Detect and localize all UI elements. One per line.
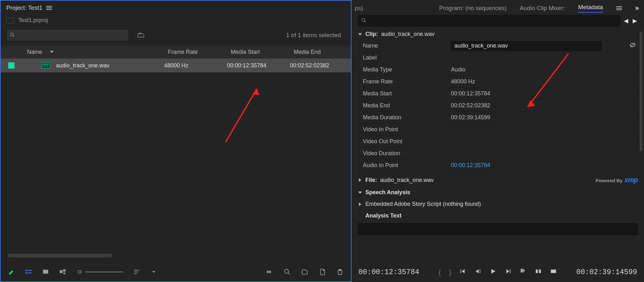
audio-clip-icon (42, 62, 50, 69)
step-back-icon[interactable] (475, 268, 481, 277)
chevron-down-icon (358, 190, 362, 195)
prev-result-icon[interactable]: ◀ (624, 17, 629, 24)
metadata-search-input[interactable] (358, 15, 620, 26)
svg-rect-22 (536, 270, 538, 273)
project-panel: Project: Test1 Test1.prproj 1 of 1 items… (0, 0, 352, 282)
tab-metadata[interactable]: Metadata (578, 4, 603, 13)
clip-name-input[interactable] (451, 41, 602, 51)
col-media-start[interactable]: Media Start (231, 49, 260, 55)
play-icon[interactable] (490, 268, 497, 277)
list-view-icon[interactable] (25, 268, 32, 275)
search-icon (10, 32, 15, 38)
automate-to-sequence-icon[interactable] (266, 268, 273, 275)
source-monitor-controls: 00:00:12:35784 { } 00:02:39:14599 (352, 262, 644, 282)
pencil-icon[interactable] (8, 268, 15, 275)
file-section-header[interactable]: File: audio_track_one.wav Powered By xmp (352, 173, 644, 187)
overwrite-icon[interactable] (550, 268, 557, 277)
zoom-slider[interactable] (76, 268, 123, 275)
chevron-down-icon[interactable] (150, 268, 157, 275)
new-bin-button-icon[interactable] (301, 268, 308, 275)
panel-menu-icon[interactable] (46, 6, 52, 10)
metadata-panel: ps) Program: (no sequences) Audio Clip M… (352, 0, 644, 282)
insert-icon[interactable] (535, 268, 542, 277)
tab-audio-mixer[interactable]: Audio Clip Mixer: (520, 5, 565, 12)
svg-rect-15 (268, 271, 269, 273)
sort-caret-icon (50, 49, 54, 55)
analysis-text-label: Analysis Text (352, 210, 644, 222)
go-to-in-icon[interactable] (459, 268, 466, 277)
meta-row-name: Name (363, 40, 638, 52)
find-icon[interactable] (284, 268, 291, 275)
go-to-out-icon[interactable] (520, 268, 527, 277)
meta-media-start: 00:00:12:35784 (451, 90, 638, 97)
clip-frame-rate: 48000 Hz (164, 62, 227, 69)
visibility-off-icon[interactable] (628, 42, 638, 50)
meta-audio-in[interactable]: 00:00:12:35784 (451, 162, 638, 169)
clip-name: audio_track_one.wav (56, 62, 109, 69)
clip-media-start: 00:00:12:35784 (227, 62, 290, 69)
mark-out-brace-icon[interactable]: } (449, 268, 451, 276)
bin-horiz-scrollbar[interactable] (8, 254, 112, 257)
project-search-input[interactable] (6, 29, 129, 41)
tab-program[interactable]: Program: (no sequences) (439, 5, 507, 12)
search-icon (361, 18, 366, 24)
svg-rect-11 (134, 270, 140, 271)
trash-icon[interactable] (336, 268, 343, 275)
out-timecode[interactable]: 00:02:39:14599 (576, 268, 637, 276)
project-file-name: Test1.prproj (18, 17, 48, 24)
new-bin-icon[interactable] (138, 32, 145, 39)
powered-by-xmp: Powered By xmp (596, 176, 641, 184)
speech-section-header[interactable]: Speech Analysis (352, 187, 644, 198)
chevron-right-icon (358, 178, 362, 182)
next-result-icon[interactable]: ▶ (633, 17, 638, 24)
svg-rect-6 (43, 270, 48, 274)
svg-rect-14 (267, 271, 268, 273)
sort-icon[interactable] (133, 268, 140, 275)
project-footer (1, 262, 351, 281)
new-item-icon[interactable] (319, 268, 326, 275)
chevron-right-icon (358, 202, 362, 206)
svg-rect-16 (270, 271, 271, 273)
project-tab-label[interactable]: Project: Test1 (6, 4, 42, 11)
col-frame-rate[interactable]: Frame Rate (168, 49, 198, 55)
clip-label-swatch (8, 62, 14, 69)
svg-rect-24 (551, 270, 556, 273)
svg-rect-4 (28, 270, 31, 271)
analysis-text-input[interactable] (358, 223, 638, 235)
clip-section-header[interactable]: Clip: audio_track_one.wav (352, 28, 644, 40)
bin-row[interactable]: audio_track_one.wav 48000 Hz 00:00:12:35… (1, 59, 351, 72)
selection-count: 1 of 1 items selected (286, 32, 341, 39)
svg-rect-7 (60, 270, 63, 273)
svg-line-17 (225, 89, 257, 142)
col-name[interactable]: Name (27, 49, 42, 55)
story-section-header[interactable]: Embedded Adobe Story Script (nothing fou… (352, 198, 644, 210)
svg-rect-9 (64, 273, 65, 274)
metadata-panel-menu-icon[interactable] (616, 6, 622, 10)
bin-column-header[interactable]: Name Frame Rate Media Start Media End (1, 46, 351, 59)
clip-media-end: 00:02:52:02382 (290, 62, 351, 69)
up-folder-icon[interactable] (6, 18, 14, 23)
svg-rect-2 (26, 270, 27, 271)
step-forward-icon[interactable] (505, 268, 512, 277)
svg-rect-12 (134, 272, 138, 272)
clip-metadata-list: Name Label Media TypeAudio Frame Rate480… (363, 40, 638, 172)
svg-rect-23 (539, 270, 541, 273)
freeform-view-icon[interactable] (59, 268, 66, 275)
metadata-scrollbar[interactable] (640, 31, 642, 151)
tab-truncated[interactable]: ps) (355, 5, 363, 12)
overflow-icon[interactable]: » (635, 4, 638, 12)
in-timecode[interactable]: 00:00:12:35784 (358, 268, 419, 276)
svg-rect-3 (26, 272, 27, 274)
svg-rect-13 (134, 274, 137, 274)
chevron-down-icon (358, 32, 362, 37)
svg-rect-8 (63, 269, 65, 272)
col-media-end[interactable]: Media End (294, 49, 321, 55)
svg-rect-5 (28, 273, 31, 274)
xmp-logo: xmp (625, 176, 638, 184)
icon-view-icon[interactable] (42, 268, 49, 275)
svg-marker-18 (252, 89, 259, 95)
svg-point-10 (78, 270, 81, 273)
mark-in-brace-icon[interactable]: { (439, 268, 441, 276)
